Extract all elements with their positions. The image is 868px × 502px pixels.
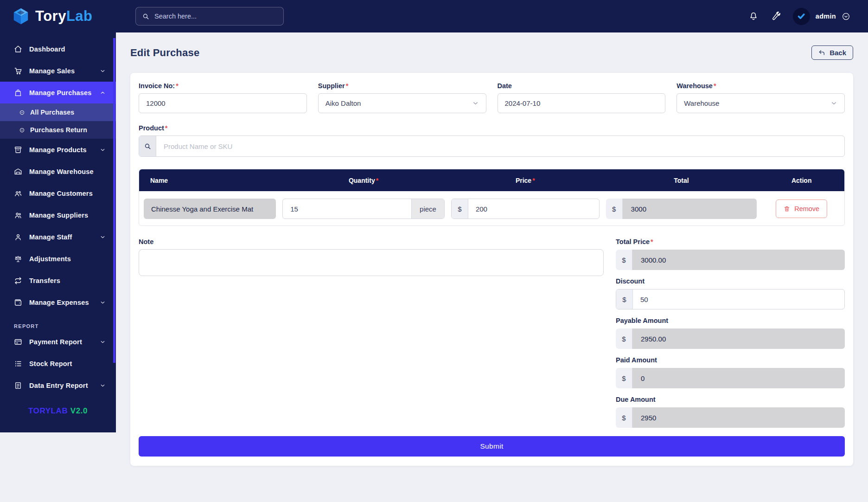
home-icon: [14, 45, 22, 53]
currency-prefix: $: [616, 328, 632, 349]
edit-purchase-card: Invoice No:* Supplier* Aiko Dalton Date …: [130, 73, 853, 466]
warehouse-select[interactable]: Warehouse: [677, 93, 845, 113]
warehouse-icon: [14, 167, 22, 176]
cart-icon: [14, 67, 22, 75]
quantity-cell: piece: [282, 199, 445, 219]
sidebar-item-payment-report[interactable]: Payment Report: [0, 331, 116, 353]
user-icon: [14, 233, 22, 241]
column-header-name: Name: [144, 177, 276, 184]
warehouse-label: Warehouse*: [677, 82, 845, 90]
sidebar-item-manage-expenses[interactable]: Manage Expenses: [0, 291, 116, 313]
back-button[interactable]: Back: [811, 45, 853, 60]
sidebar: Dashboard Manage Sales Manage Purchases …: [0, 32, 116, 432]
invoice-field-block: Invoice No:*: [139, 82, 307, 113]
scales-icon: [14, 255, 22, 263]
due-amount-value: 2950: [632, 407, 845, 428]
sidebar-item-manage-purchases[interactable]: Manage Purchases: [0, 82, 116, 103]
price-input[interactable]: [468, 199, 599, 219]
box-icon: [14, 146, 22, 154]
two-users-icon: [14, 211, 22, 219]
chevron-down-icon: [100, 147, 106, 153]
wrench-icon[interactable]: [771, 11, 781, 21]
sidebar-item-data-entry-report[interactable]: Data Entry Report: [0, 374, 116, 396]
note-block: Note: [139, 238, 604, 278]
row-total-value: 3000: [623, 199, 757, 219]
search-icon: [142, 13, 150, 20]
note-label: Note: [139, 238, 604, 245]
remove-button[interactable]: Remove: [776, 200, 827, 218]
product-search-input[interactable]: [156, 136, 844, 156]
sidebar-item-manage-staff[interactable]: Manage Staff: [0, 226, 116, 248]
row-total-cell: $ 3000: [606, 199, 757, 219]
sidebar-item-stock-report[interactable]: Stock Report: [0, 353, 116, 374]
column-header-quantity: Quantity*: [282, 177, 445, 184]
payable-amount-label: Payable Amount: [616, 317, 845, 324]
invoice-input[interactable]: [139, 93, 307, 113]
price-cell: $: [451, 199, 600, 219]
discount-label: Discount: [616, 277, 845, 285]
column-header-total: Total: [606, 177, 757, 184]
users-group-icon: [14, 189, 22, 198]
note-textarea[interactable]: [139, 249, 604, 276]
sidebar-subitem-purchases-return[interactable]: Purchases Return: [0, 121, 116, 139]
circle-dot-icon: [19, 127, 26, 134]
product-search-icon: [139, 136, 156, 156]
sidebar-item-manage-customers[interactable]: Manage Customers: [0, 182, 116, 204]
discount-input[interactable]: [633, 290, 844, 309]
chevron-down-icon: [100, 382, 106, 388]
chevron-down-icon: [472, 100, 479, 107]
date-label: Date: [498, 82, 666, 90]
total-price-label: Total Price*: [616, 238, 845, 245]
product-label: Product*: [139, 124, 845, 132]
shopping-bag-icon: [14, 89, 22, 97]
totals-block: Total Price* $ 3000.00 Discount $ Payabl…: [616, 238, 845, 428]
action-cell: Remove: [763, 200, 840, 218]
chevron-down-circle-icon: [842, 12, 850, 21]
user-menu[interactable]: admin: [793, 8, 850, 25]
transfer-arrows-icon: [14, 277, 22, 285]
sidebar-item-transfers[interactable]: Transfers: [0, 270, 116, 291]
list-icon: [14, 360, 22, 368]
sidebar-item-manage-sales[interactable]: Manage Sales: [0, 60, 116, 82]
supplier-field-block: Supplier* Aiko Dalton: [318, 82, 486, 113]
discount-field: $: [616, 289, 845, 309]
wallet-icon: [14, 298, 22, 307]
supplier-label: Supplier*: [318, 82, 486, 90]
supplier-select[interactable]: Aiko Dalton: [318, 93, 486, 113]
avatar: [793, 8, 810, 25]
top-bar: ToryLab admin: [0, 0, 868, 32]
page-title: Edit Purchase: [130, 47, 199, 59]
app-logo[interactable]: ToryLab: [0, 6, 116, 26]
chevron-down-icon: [100, 299, 106, 305]
sidebar-item-adjustments[interactable]: Adjustments: [0, 248, 116, 270]
currency-prefix: $: [606, 199, 623, 219]
currency-prefix: $: [616, 368, 632, 388]
total-price-field: $ 3000.00: [616, 250, 845, 270]
global-search: [135, 7, 284, 26]
date-field-block: Date: [498, 82, 666, 113]
logo-cube-icon: [11, 6, 31, 26]
table-row: Chinesse Yoga and Exercise Mat piece $ $…: [139, 191, 844, 225]
sidebar-item-manage-products[interactable]: Manage Products: [0, 139, 116, 161]
payable-amount-field: $ 2950.00: [616, 328, 845, 349]
bell-icon[interactable]: [748, 11, 759, 21]
paid-amount-value: 0: [632, 368, 845, 388]
logo-text: ToryLab: [35, 8, 93, 25]
date-input[interactable]: [498, 93, 666, 113]
submit-button[interactable]: Submit: [139, 436, 845, 457]
sidebar-subitem-all-purchases[interactable]: All Purchases: [0, 103, 116, 121]
quantity-input[interactable]: [283, 199, 411, 219]
due-amount-label: Due Amount: [616, 396, 845, 403]
payable-amount-value: 2950.00: [632, 328, 845, 349]
document-icon: [14, 381, 22, 390]
sidebar-scrollbar[interactable]: [113, 38, 115, 363]
sidebar-item-manage-suppliers[interactable]: Manage Suppliers: [0, 204, 116, 226]
sidebar-item-manage-warehouse[interactable]: Manage Warehouse: [0, 161, 116, 182]
invoice-label: Invoice No:*: [139, 82, 307, 90]
search-input[interactable]: [154, 13, 277, 20]
chevron-up-icon: [100, 90, 106, 96]
chevron-down-icon: [100, 339, 106, 345]
return-arrow-icon: [818, 49, 825, 56]
sidebar-item-dashboard[interactable]: Dashboard: [0, 38, 116, 60]
chevron-down-icon: [100, 68, 106, 74]
